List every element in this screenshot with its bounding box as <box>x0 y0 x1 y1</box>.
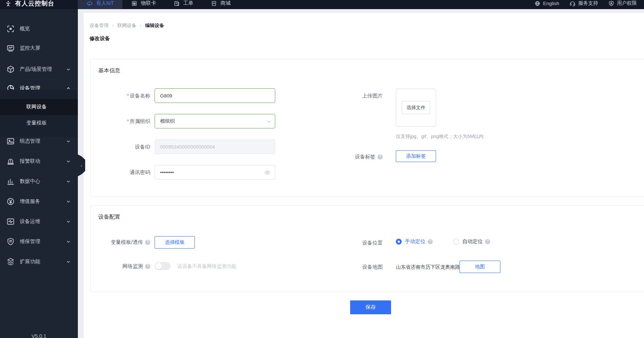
required-asterisk: * <box>127 118 129 124</box>
breadcrumb-separator-icon: › <box>140 23 141 28</box>
sidebar-item-alarm-linkage-label: 报警联动 <box>20 158 40 165</box>
page-title: 修改设备 <box>90 35 110 42</box>
sidebar-item-extended-functions[interactable]: 扩展功能 <box>0 254 78 269</box>
picture-icon <box>6 137 15 146</box>
shield-lines-icon <box>6 237 15 246</box>
eye-icon[interactable] <box>264 169 270 176</box>
device-config-card: 设备配置 变量模板/透传? 选择模板 网络监测? 该设备不具备网络监测功能 设备… <box>90 205 644 292</box>
help-icon[interactable]: ? <box>145 240 150 245</box>
app-version: V5.0.1 <box>0 333 78 338</box>
sidebar-item-product-management[interactable]: 产品/场景管理 <box>0 62 78 77</box>
sidebar-item-overview[interactable]: 概览 <box>0 22 78 36</box>
auto-location-radio[interactable] <box>453 239 459 245</box>
save-button[interactable]: 保存 <box>350 300 391 314</box>
sidebar-item-data-center[interactable]: 数据中心 <box>0 174 78 189</box>
device-name-input[interactable] <box>155 88 275 103</box>
layers-icon <box>6 257 15 266</box>
device-id-label: 设备ID <box>91 139 150 154</box>
app-title: 有人云控制台 <box>15 0 54 8</box>
sidebar-item-scada-management[interactable]: 组态管理 <box>0 134 78 149</box>
chevron-down-icon <box>66 260 71 264</box>
toggle-knob <box>155 263 162 269</box>
sidebar-item-scada-management-label: 组态管理 <box>20 138 40 145</box>
upload-image-dropzone[interactable]: 选择文件 <box>396 89 436 127</box>
organization-selected-value: 根组织 <box>160 118 175 124</box>
device-config-section-title: 设备配置 <box>98 214 120 220</box>
sidebar-item-value-added-services-label: 增值服务 <box>20 198 40 205</box>
sidebar-item-monitor-screen[interactable]: 监控大屏 <box>0 41 78 55</box>
device-id-row: 设备ID <box>91 139 368 154</box>
help-icon[interactable]: ? <box>145 264 150 269</box>
sidebar-item-overview-label: 概览 <box>20 26 30 32</box>
sim-card-icon <box>131 0 137 7</box>
chevron-down-icon <box>66 199 71 204</box>
work-order-icon <box>174 0 180 7</box>
breadcrumb-device-management[interactable]: 设备管理 <box>90 22 109 29</box>
sidebar-item-device-ops[interactable]: 设备运维 <box>0 214 78 229</box>
top-navigation-bar: 有人云控制台 有人IoT 物联卡 工单 商城 English <box>0 0 644 9</box>
tab-sim-card[interactable]: 物联卡 <box>122 0 165 9</box>
top-tabs: 有人IoT 物联卡 工单 商城 <box>78 0 239 9</box>
sidebar-subitem-connected-devices-label: 联网设备 <box>26 104 47 110</box>
device-location-radio-group: 手动定位 ? 自动定位 ? <box>396 238 490 245</box>
sidebar-item-maintenance-management[interactable]: 维保管理 <box>0 234 78 249</box>
device-id-input <box>155 139 275 154</box>
breadcrumb-connected-devices[interactable]: 联网设备 <box>117 22 136 29</box>
breadcrumb: 设备管理 › 联网设备 › 编辑设备 <box>90 22 164 29</box>
sidebar-item-extended-functions-label: 扩展功能 <box>20 258 40 265</box>
user-permission[interactable]: 用户权限 <box>608 0 637 7</box>
password-label: 通讯密码 <box>91 165 150 180</box>
pulse-monitor-icon <box>6 217 15 226</box>
sidebar-item-maintenance-management-label: 维保管理 <box>20 238 40 245</box>
language-switch[interactable]: English <box>534 0 559 7</box>
alarm-siren-icon <box>6 157 15 166</box>
sidebar-subitem-variable-template-label: 变量模板 <box>26 120 47 126</box>
service-support[interactable]: 服务支持 <box>569 0 598 7</box>
monitor-screen-icon <box>6 44 15 53</box>
mall-shop-icon <box>211 0 217 7</box>
map-button[interactable]: 地图 <box>459 261 500 273</box>
app-logo: 有人云控制台 <box>0 0 78 8</box>
sidebar-item-value-added-services[interactable]: 增值服务 <box>0 194 78 209</box>
sidebar-item-data-center-label: 数据中心 <box>20 178 40 185</box>
chevron-down-icon <box>66 179 71 184</box>
tab-work-order-label: 工单 <box>183 0 193 7</box>
sidebar-navigation: 概览 监控大屏 产品/场景管理 设备管理 联网设备 变量模板 组态管理 报警联动… <box>0 9 78 338</box>
tab-mall-label: 商城 <box>220 0 231 7</box>
cube-icon <box>6 65 15 74</box>
tab-work-order[interactable]: 工单 <box>165 0 202 9</box>
organization-row: *所属组织 根组织 <box>91 114 368 128</box>
bar-chart-icon <box>6 177 15 186</box>
organization-select[interactable]: 根组织 <box>155 114 275 128</box>
user-shield-icon <box>608 0 614 7</box>
manual-location-label[interactable]: 手动定位 <box>405 238 425 245</box>
device-map-address: 山东省济南市历下区龙奥南路 <box>396 264 460 270</box>
help-icon[interactable]: ? <box>378 154 383 160</box>
headset-icon <box>569 0 576 7</box>
sidebar-subitem-variable-template[interactable]: 变量模板 <box>0 115 78 131</box>
choose-file-button[interactable]: 选择文件 <box>402 101 430 114</box>
upload-image-label: 上传图片 <box>323 93 383 99</box>
overview-icon <box>6 24 15 33</box>
sidebar-item-alarm-linkage[interactable]: 报警联动 <box>0 154 78 169</box>
device-tag-label: 设备标签? <box>323 154 383 160</box>
service-support-label: 服务支持 <box>578 0 598 7</box>
help-icon[interactable]: ? <box>428 239 433 244</box>
logo-person-icon <box>5 0 11 7</box>
required-asterisk: * <box>127 93 129 99</box>
password-input[interactable] <box>155 165 275 180</box>
tab-iot[interactable]: 有人IoT <box>78 0 122 9</box>
topbar-right-menu: English 服务支持 用户权限 <box>534 0 644 7</box>
manual-location-radio[interactable] <box>396 239 402 245</box>
sidebar-item-product-management-label: 产品/场景管理 <box>20 66 52 73</box>
sidebar-subitem-connected-devices[interactable]: 联网设备 <box>0 99 78 115</box>
select-template-button[interactable]: 选择模板 <box>155 236 195 249</box>
network-monitor-label: 网络监测? <box>91 263 150 270</box>
network-monitor-toggle <box>155 262 171 270</box>
tab-mall[interactable]: 商城 <box>202 0 239 9</box>
auto-location-label[interactable]: 自动定位 <box>462 238 483 245</box>
language-label: English <box>543 1 559 6</box>
help-icon[interactable]: ? <box>485 239 490 244</box>
chevron-down-icon <box>66 219 71 224</box>
add-tag-button[interactable]: 添加标签 <box>396 150 436 162</box>
